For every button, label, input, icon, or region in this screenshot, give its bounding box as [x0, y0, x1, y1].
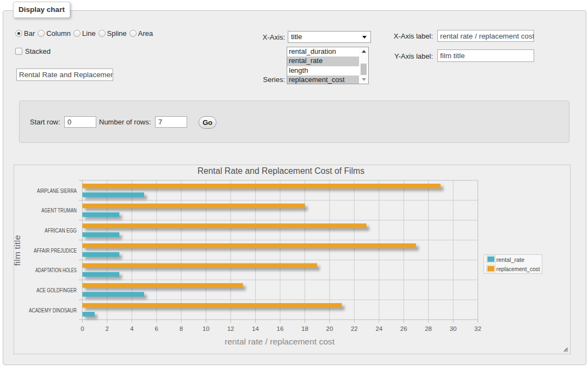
svg-text:4: 4	[130, 325, 134, 332]
svg-text:AIRPLANE SIERRA: AIRPLANE SIERRA	[37, 188, 77, 194]
svg-text:0: 0	[81, 325, 84, 332]
svg-text:rental_rate: rental_rate	[497, 256, 525, 263]
svg-text:20: 20	[326, 325, 333, 332]
svg-text:28: 28	[425, 325, 432, 332]
svg-text:AGENT TRUMAN: AGENT TRUMAN	[41, 208, 77, 214]
svg-text:rental rate / replacement cost: rental rate / replacement cost	[225, 337, 335, 346]
svg-text:26: 26	[400, 325, 407, 332]
svg-text:Rental Rate and Replacement Co: Rental Rate and Replacement Cost of Film…	[197, 166, 364, 175]
svg-text:12: 12	[227, 325, 234, 332]
svg-text:24: 24	[375, 325, 382, 332]
svg-text:18: 18	[301, 325, 308, 332]
svg-text:ACE GOLDFINGER: ACE GOLDFINGER	[36, 287, 77, 293]
svg-text:22: 22	[351, 325, 358, 332]
svg-text:6: 6	[155, 325, 158, 332]
svg-text:AFRICAN EGG: AFRICAN EGG	[45, 228, 77, 234]
svg-text:14: 14	[252, 325, 259, 332]
svg-text:AFFAIR PREJUDICE: AFFAIR PREJUDICE	[34, 248, 77, 254]
svg-text:ADAPTATION HOLES: ADAPTATION HOLES	[35, 267, 77, 273]
svg-text:ACADEMY DINOSAUR: ACADEMY DINOSAUR	[29, 308, 77, 313]
svg-text:32: 32	[474, 325, 481, 332]
svg-text:10: 10	[202, 325, 209, 332]
svg-text:16: 16	[277, 325, 284, 332]
svg-text:film title: film title	[14, 235, 22, 266]
svg-text:8: 8	[180, 325, 183, 332]
svg-text:2: 2	[106, 325, 109, 332]
svg-text:30: 30	[450, 325, 457, 332]
svg-text:replacement_cost: replacement_cost	[497, 266, 540, 272]
